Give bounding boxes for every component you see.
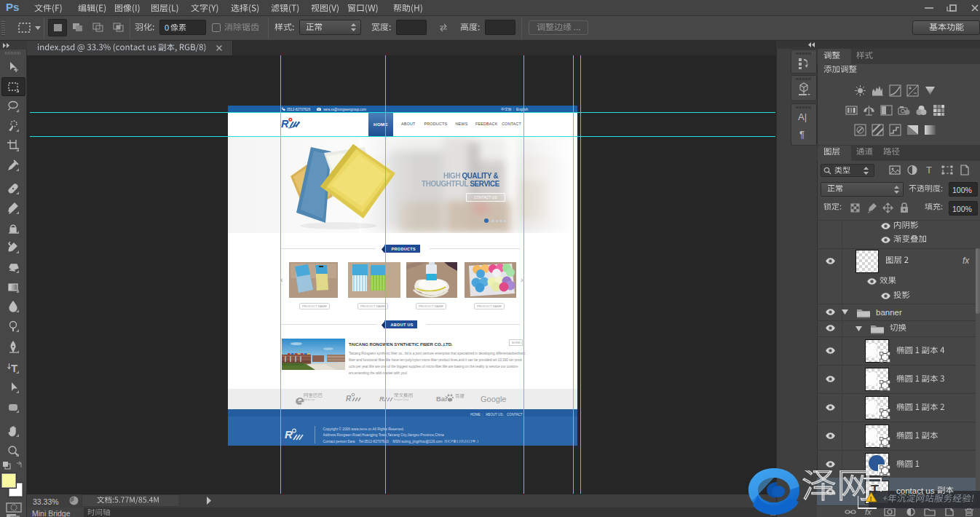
svg-text:0512-82707626: 0512-82707626 [287, 108, 311, 111]
svg-text:Google: Google [481, 395, 506, 403]
svg-text:Bai: Bai [436, 395, 447, 403]
svg-text:!: ! [869, 495, 872, 502]
svg-text:T: T [926, 165, 932, 175]
svg-text:T: T [11, 362, 17, 374]
svg-text:sara.xu@rongwengroup.com: sara.xu@rongwengroup.com [323, 108, 366, 111]
svg-text:R: R [285, 428, 293, 441]
svg-text:R: R [346, 395, 352, 403]
svg-text:R: R [379, 395, 384, 403]
svg-text:R: R [281, 118, 289, 130]
